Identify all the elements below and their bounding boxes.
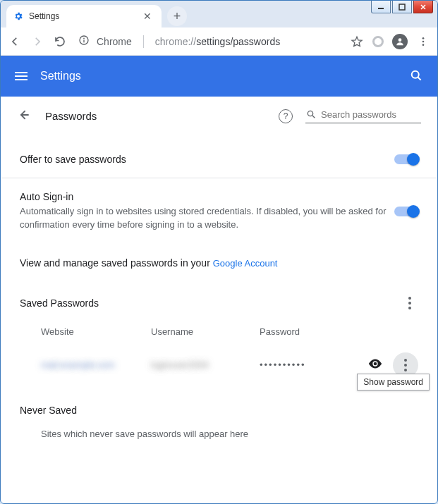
svg-point-9 (412, 70, 419, 78)
page-back-icon[interactable] (17, 108, 31, 124)
omnibox-url: chrome://settings/passwords (155, 36, 280, 47)
forward-icon (30, 35, 44, 49)
svg-rect-1 (399, 4, 405, 10)
maximize-button[interactable] (392, 1, 412, 13)
svg-point-5 (399, 38, 402, 42)
saved-passwords-menu-icon[interactable] (401, 294, 418, 312)
browser-menu-icon[interactable] (416, 35, 430, 49)
saved-passwords-title: Saved Passwords (20, 297, 401, 309)
minimize-button[interactable] (371, 1, 391, 13)
show-password-tooltip: Show password (357, 374, 430, 391)
new-tab-button[interactable]: + (167, 6, 187, 26)
offer-save-toggle[interactable] (394, 154, 418, 164)
search-passwords-input[interactable] (321, 109, 420, 120)
col-username: Username (151, 326, 260, 337)
manage-text: View and manage saved passwords in your (20, 257, 213, 269)
page-title: Passwords (45, 110, 97, 122)
search-passwords-field[interactable] (305, 109, 421, 123)
auto-signin-toggle[interactable] (394, 207, 418, 216)
svg-point-8 (422, 44, 425, 46)
settings-search-icon[interactable] (409, 68, 423, 85)
svg-point-10 (308, 111, 312, 116)
columns-header: Website Username Password (1, 312, 437, 343)
search-icon (305, 109, 317, 120)
gear-icon (13, 11, 23, 21)
row-password-mask: •••••••••• (260, 359, 367, 370)
password-row: mail.example.com loginuser2004 •••••••••… (1, 343, 437, 388)
svg-rect-4 (83, 39, 84, 42)
eye-icon[interactable] (367, 356, 383, 374)
col-password: Password (260, 326, 418, 337)
content-scroll[interactable]: Passwords ? Offer to save passwords Auto… (1, 97, 437, 503)
tab-title: Settings (29, 11, 135, 21)
col-website: Website (41, 326, 151, 337)
auto-signin-desc: Automatically sign in to websites using … (20, 205, 394, 232)
offer-save-label: Offer to save passwords (20, 154, 394, 165)
omnibox-chrome-label: Chrome (97, 36, 132, 47)
browser-toolbar: Chrome chrome://settings/passwords (1, 27, 437, 56)
never-saved-text: Sites which never save passwords will ap… (1, 423, 437, 456)
window-controls (371, 1, 433, 13)
google-account-link[interactable]: Google Account (213, 258, 278, 269)
omnibox-separator (143, 35, 144, 48)
svg-point-7 (422, 40, 425, 42)
site-info-icon[interactable] (78, 35, 90, 48)
address-bar[interactable]: Chrome chrome://settings/passwords (75, 32, 341, 51)
never-saved-title: Never Saved (1, 388, 437, 423)
tab-settings[interactable]: Settings ✕ (6, 5, 162, 27)
help-icon[interactable]: ? (279, 109, 293, 123)
auto-signin-title: Auto Sign-in (20, 191, 394, 202)
back-icon[interactable] (8, 35, 22, 49)
svg-rect-0 (378, 8, 384, 9)
svg-point-3 (83, 37, 85, 39)
svg-point-6 (422, 37, 425, 39)
reload-icon[interactable] (53, 35, 67, 49)
extension-icon[interactable] (372, 36, 384, 47)
row-username: loginuser2004 (151, 359, 260, 370)
close-button[interactable] (413, 1, 433, 13)
row-website[interactable]: mail.example.com (41, 359, 151, 370)
settings-title: Settings (40, 70, 81, 82)
bookmark-icon[interactable] (350, 35, 364, 49)
profile-avatar[interactable] (392, 34, 408, 49)
settings-header: Settings (1, 56, 437, 97)
menu-icon[interactable] (15, 70, 28, 82)
tab-close-icon[interactable]: ✕ (140, 9, 154, 23)
